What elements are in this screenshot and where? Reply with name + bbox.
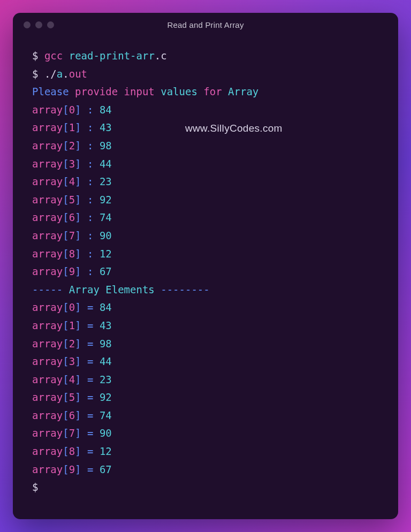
close-icon[interactable] [24, 21, 31, 28]
bracket-close: ] [75, 104, 81, 116]
array-value: 67 [100, 265, 112, 277]
array-keyword: array [32, 445, 63, 457]
bracket-close: ] [75, 248, 81, 260]
divider-line: ----- Array Elements -------- [32, 281, 379, 299]
array-line: array[6] : 74 [32, 209, 379, 227]
array-keyword: array [32, 230, 63, 241]
bracket-open: [ [63, 265, 68, 277]
array-keyword: array [32, 121, 63, 133]
array-line: array[8] = 12 [32, 443, 379, 461]
bracket-open: [ [63, 176, 68, 187]
separator: = [81, 320, 100, 331]
traffic-lights [24, 21, 54, 28]
array-keyword: array [32, 158, 63, 170]
array-line: array[7] = 90 [32, 424, 379, 443]
array-line: array[6] = 74 [32, 407, 379, 425]
array-value: 67 [100, 463, 112, 475]
separator: = [81, 301, 100, 313]
separator: : [81, 158, 100, 170]
bracket-open: [ [63, 121, 68, 133]
bracket-close: ] [75, 194, 81, 206]
array-index: 7 [69, 427, 75, 439]
array-index: 7 [69, 230, 75, 241]
array-value: 12 [100, 445, 112, 457]
bracket-close: ] [75, 355, 81, 367]
bracket-close: ] [75, 301, 81, 313]
maximize-icon[interactable] [47, 21, 54, 28]
prompt-symbol: $ [32, 481, 38, 493]
separator: = [81, 391, 100, 403]
array-value: 84 [100, 104, 112, 116]
terminal-content[interactable]: www.SillyCodes.com $ gcc read-print-arr.… [13, 36, 398, 519]
bracket-open: [ [63, 427, 68, 439]
array-index: 5 [69, 194, 75, 206]
array-index: 4 [69, 374, 75, 385]
array-keyword: array [32, 265, 63, 277]
titlebar: Read and Print Array [13, 13, 398, 36]
separator: : [81, 104, 100, 116]
bracket-close: ] [75, 265, 81, 277]
array-value: 90 [100, 427, 112, 439]
array-value: 98 [100, 338, 112, 349]
separator: : [81, 211, 100, 223]
array-line: array[0] : 84 [32, 101, 379, 119]
array-index: 9 [69, 463, 75, 475]
separator: = [81, 355, 100, 367]
separator: = [81, 409, 100, 421]
array-keyword: array [32, 248, 63, 260]
bracket-open: [ [63, 463, 68, 475]
array-line: array[9] : 67 [32, 263, 379, 281]
separator: = [81, 463, 100, 475]
array-index: 0 [69, 301, 75, 313]
array-keyword: array [32, 211, 63, 223]
array-value: 12 [100, 248, 112, 260]
bracket-close: ] [75, 121, 81, 133]
array-value: 98 [100, 140, 112, 151]
separator: : [81, 248, 100, 260]
bracket-open: [ [63, 409, 68, 421]
array-keyword: array [32, 320, 63, 331]
bracket-close: ] [75, 409, 81, 421]
prompt-symbol: $ [32, 68, 38, 80]
array-index: 5 [69, 391, 75, 403]
array-index: 8 [69, 445, 75, 457]
separator: = [81, 445, 100, 457]
bracket-close: ] [75, 176, 81, 187]
array-keyword: array [32, 391, 63, 403]
separator: = [81, 338, 100, 349]
bracket-open: [ [63, 338, 68, 349]
separator: : [81, 194, 100, 206]
bracket-open: [ [63, 248, 68, 260]
array-keyword: array [32, 176, 63, 187]
array-line: array[5] = 92 [32, 389, 379, 407]
array-value: 44 [100, 158, 112, 170]
array-line: array[4] = 23 [32, 371, 379, 389]
array-keyword: array [32, 338, 63, 349]
array-value: 92 [100, 391, 112, 403]
final-prompt: $ [32, 478, 379, 497]
array-value: 74 [100, 211, 112, 223]
window-title: Read and Print Array [13, 20, 398, 29]
array-keyword: array [32, 374, 63, 385]
separator: : [81, 140, 100, 151]
bracket-close: ] [75, 158, 81, 170]
array-value: 43 [100, 320, 112, 331]
array-index: 3 [69, 158, 75, 170]
array-keyword: array [32, 194, 63, 206]
bracket-open: [ [63, 320, 68, 331]
separator: : [81, 176, 100, 187]
array-index: 9 [69, 265, 75, 277]
array-index: 1 [69, 320, 75, 331]
executable-name: a [57, 68, 63, 80]
minimize-icon[interactable] [35, 21, 42, 28]
bracket-close: ] [75, 463, 81, 475]
separator: = [81, 374, 100, 385]
array-value: 23 [100, 374, 112, 385]
executable-ext: out [69, 68, 87, 80]
bracket-open: [ [63, 158, 68, 170]
array-line: array[7] : 90 [32, 227, 379, 245]
array-value: 43 [100, 121, 112, 133]
array-line: array[0] = 84 [32, 299, 379, 317]
bracket-open: [ [63, 140, 68, 151]
command-line-2: $ ./a.out [32, 65, 379, 83]
